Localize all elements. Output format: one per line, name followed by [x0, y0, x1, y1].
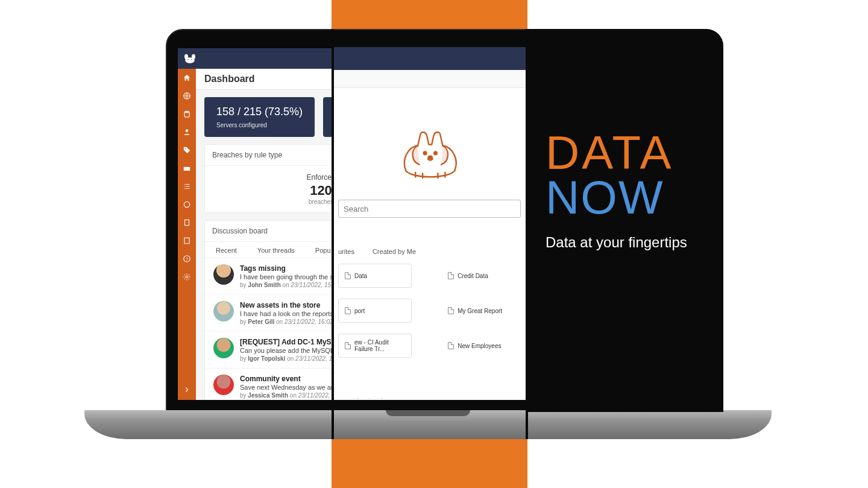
svg-rect-11: [185, 220, 189, 225]
dog-logo: [336, 125, 523, 183]
svg-point-6: [184, 111, 189, 113]
svg-text:?: ?: [186, 257, 188, 261]
svg-point-15: [186, 276, 188, 278]
stat-label: Servers configured: [216, 122, 303, 128]
card-label: My Great Report: [458, 308, 502, 314]
svg-point-3: [187, 59, 189, 60]
card-grid: DataCredit DataportMy Great Reportew - C…: [336, 261, 523, 360]
sub-tab-favourites[interactable]: urites: [338, 248, 354, 255]
document-icon: [345, 342, 351, 349]
svg-point-10: [184, 201, 189, 207]
card-label: ew - CI Audit Failure Tr...: [354, 339, 405, 352]
globe-icon[interactable]: [183, 92, 191, 100]
card-label: Credit Data: [458, 273, 488, 279]
avatar: [213, 264, 234, 285]
tag-icon[interactable]: [183, 146, 191, 154]
promo-word-now: NOW: [546, 174, 723, 221]
svg-point-2: [192, 54, 195, 59]
svg-point-4: [191, 59, 192, 60]
svg-rect-9: [184, 167, 190, 171]
chevron-right-icon[interactable]: [183, 385, 191, 394]
report-card[interactable]: Data: [338, 264, 412, 288]
card-label: New Employees: [458, 343, 501, 349]
app-logo-icon: [183, 52, 197, 65]
stat-value: 158 / 215 (73.5%): [216, 106, 303, 118]
promo-tagline: Data at your fingertips: [546, 232, 723, 253]
document-icon: [448, 307, 454, 314]
help-icon[interactable]: ?: [183, 255, 191, 263]
database-icon[interactable]: [183, 110, 191, 118]
svg-point-7: [186, 129, 189, 132]
users-icon[interactable]: [183, 128, 191, 136]
search-app-overlay: urites Created by Me DataCredit Dataport…: [332, 47, 527, 398]
report-card[interactable]: port: [338, 299, 412, 323]
report-card[interactable]: New Employees: [448, 334, 521, 358]
avatar: [213, 375, 234, 395]
svg-point-8: [185, 148, 186, 150]
svg-point-1: [184, 54, 188, 59]
document-icon: [448, 342, 454, 349]
document-icon: [448, 272, 454, 279]
tab-popular[interactable]: Popu: [315, 247, 331, 254]
folder-icon[interactable]: [183, 164, 191, 173]
svg-point-16: [423, 152, 426, 155]
promo-panel: DATA NOW Data at your fingertips: [527, 29, 723, 412]
sidebar-nav: ?: [178, 69, 196, 400]
tab-recent[interactable]: Recent: [216, 247, 237, 254]
laptop-base: [84, 410, 772, 439]
divider-right: [526, 29, 528, 439]
search-sub-tabs: urites Created by Me: [336, 218, 523, 261]
report-card[interactable]: My Great Report: [448, 299, 521, 323]
avatar: [213, 301, 234, 322]
document-icon: [345, 272, 351, 279]
overlay-header: [332, 70, 527, 88]
world-icon[interactable]: [183, 200, 191, 209]
home-icon[interactable]: [183, 74, 191, 82]
clipboard-icon[interactable]: [183, 218, 191, 227]
promo-word-data: DATA: [546, 132, 723, 174]
sub-tab-created-by-me[interactable]: Created by Me: [373, 248, 416, 255]
card-label: port: [354, 308, 365, 314]
card-label: Data: [354, 273, 367, 279]
divider-left: [332, 29, 334, 439]
svg-rect-12: [184, 238, 189, 243]
svg-point-18: [428, 156, 432, 159]
document-icon: [345, 307, 351, 314]
report-card[interactable]: Credit Data: [448, 264, 521, 288]
overlay-topbar: [332, 47, 527, 70]
search-input[interactable]: [338, 200, 521, 218]
report-card[interactable]: ew - CI Audit Failure Tr...: [338, 334, 412, 358]
avatar: [213, 338, 234, 358]
tab-your-threads[interactable]: Your threads: [257, 247, 295, 254]
list-icon[interactable]: [183, 182, 191, 191]
report-icon[interactable]: [183, 236, 191, 245]
svg-point-17: [434, 152, 437, 155]
gear-icon[interactable]: [183, 273, 191, 281]
stat-card-servers[interactable]: 158 / 215 (73.5%) Servers configured: [204, 97, 315, 137]
